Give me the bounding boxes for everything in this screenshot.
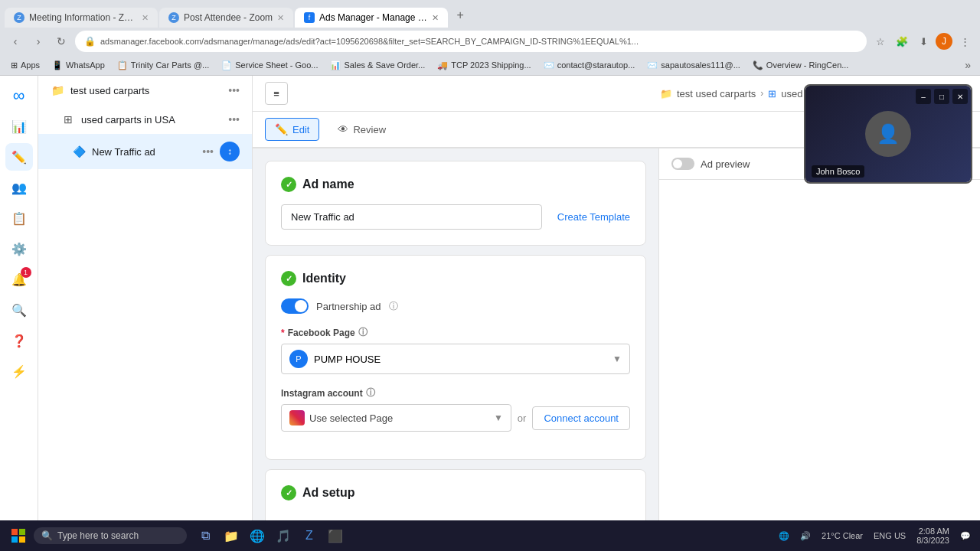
meta-nav-dashboard[interactable]: 📊 xyxy=(5,112,33,140)
taskbar-music[interactable]: 🎵 xyxy=(271,523,296,548)
start-button[interactable] xyxy=(6,523,31,548)
meta-nav-search[interactable]: 🔍 xyxy=(5,296,33,324)
identity-title: Identity xyxy=(302,272,346,285)
edit-tab[interactable]: ✏️ Edit xyxy=(265,118,319,141)
create-template-link[interactable]: Create Template xyxy=(557,211,630,223)
tab2-favicon: Z xyxy=(168,12,179,23)
instagram-info-icon[interactable]: ⓘ xyxy=(366,386,375,399)
bookmark-sales[interactable]: 📊 Sales & Save Order... xyxy=(325,59,430,72)
taskbar-terminal[interactable]: ⬛ xyxy=(323,523,348,548)
extension-icon[interactable]: 🧩 xyxy=(893,32,911,51)
more-menu-icon[interactable]: ⋮ xyxy=(956,32,974,51)
bookmark-sapauto[interactable]: ✉️ sapautosales111@... xyxy=(642,59,745,72)
bookmark-icon[interactable]: ☆ xyxy=(871,32,890,51)
taskbar-file-manager[interactable]: 📁 xyxy=(219,523,243,548)
ad-name-input[interactable] xyxy=(281,204,542,230)
partnership-info-icon[interactable]: ⓘ xyxy=(389,300,398,313)
url-bar[interactable]: 🔒 adsmanager.facebook.com/adsmanager/man… xyxy=(75,31,867,52)
bookmark-apps[interactable]: ⊞ Apps xyxy=(6,59,44,72)
tab1-label: Meeting Information - Zoom xyxy=(29,12,137,23)
tray-datetime[interactable]: 2:08 AM 8/3/2023 xyxy=(913,525,952,546)
tab-3[interactable]: f Ads Manager - Manage ads - A... ✕ xyxy=(295,8,448,28)
bookmark-trinity[interactable]: 📋 Trinity Car Parts @... xyxy=(113,59,214,72)
tray-lang[interactable]: ENG US xyxy=(871,530,909,542)
facebook-page-label: * Facebook Page ⓘ xyxy=(281,326,630,339)
video-maximize-button[interactable]: □ xyxy=(934,89,949,104)
preview-panel: Ad preview Sha... xyxy=(658,148,980,524)
tab3-close[interactable]: ✕ xyxy=(432,13,439,23)
ad-toggle-btn[interactable]: ↕ xyxy=(220,142,240,161)
new-tab-button[interactable]: + xyxy=(449,5,471,26)
tray-notification-center[interactable]: 💬 xyxy=(957,530,974,543)
video-call-overlay: 👤 – □ ✕ John Bosco xyxy=(804,84,972,184)
page-select-dropdown[interactable]: P PUMP HOUSE ▼ xyxy=(281,344,630,374)
ad-more-icon[interactable]: ••• xyxy=(202,145,214,158)
bookmarks-more[interactable]: » xyxy=(962,57,974,73)
taskbar-apps: ⧉ 📁 🌐 🎵 Z ⬛ xyxy=(193,523,348,548)
bookmark-contact[interactable]: ✉️ contact@starautop... xyxy=(539,59,640,72)
tab-2[interactable]: Z Post Attendee - Zoom ✕ xyxy=(159,8,293,28)
sidebar-item-adset[interactable]: ⊞ used carparts in USA ••• xyxy=(38,105,252,134)
breadcrumb-campaign[interactable]: test used carparts xyxy=(677,88,756,99)
adset-label: used carparts in USA xyxy=(81,114,222,126)
toggle-knob xyxy=(295,300,307,312)
partnership-toggle[interactable] xyxy=(281,298,309,314)
content-area: ✓ Ad name Create Template ✓ Identity xyxy=(253,148,980,524)
tab2-close[interactable]: ✕ xyxy=(277,13,284,23)
taskbar-zoom[interactable]: Z xyxy=(297,523,322,548)
bookmark-service[interactable]: 📄 Service Sheet - Goo... xyxy=(217,59,322,72)
url-text: adsmanager.facebook.com/adsmanager/manag… xyxy=(100,37,858,46)
ad-name-section-header: ✓ Ad name xyxy=(281,177,630,192)
bookmark-tcp[interactable]: 🚚 TCP 2023 Shipping... xyxy=(433,59,535,72)
taskbar-chrome[interactable]: 🌐 xyxy=(245,523,270,548)
tab3-favicon: f xyxy=(304,12,315,23)
facebook-page-field: * Facebook Page ⓘ P PUMP HOUSE ▼ xyxy=(281,326,630,374)
ad-name-title: Ad name xyxy=(302,178,354,191)
ad-item-label: New Traffic ad xyxy=(92,146,196,158)
campaign-more-icon[interactable]: ••• xyxy=(228,84,240,96)
download-icon[interactable]: ⬇ xyxy=(914,32,933,51)
ad-setup-title: Ad setup xyxy=(302,486,354,500)
sidebar-item-ad[interactable]: 🔷 New Traffic ad ••• ↕ xyxy=(38,134,252,169)
sidebar-item-campaign[interactable]: 📁 test used carparts ••• xyxy=(38,76,252,105)
meta-nav-quick[interactable]: ⚡ xyxy=(5,357,33,385)
meta-nav-reports[interactable]: 📋 xyxy=(5,204,33,232)
tray-weather[interactable]: 21°C Clear xyxy=(818,530,866,542)
bookmark-whatsapp[interactable]: 📱 WhatsApp xyxy=(47,59,109,72)
tab1-close[interactable]: ✕ xyxy=(142,13,149,23)
svg-rect-1 xyxy=(19,529,25,535)
ad-name-success-icon: ✓ xyxy=(281,177,296,192)
collapse-button[interactable]: ≡ xyxy=(265,82,288,105)
toolbar-icons: ☆ 🧩 ⬇ J ⋮ xyxy=(871,32,974,51)
meta-nav-settings[interactable]: ⚙️ xyxy=(5,235,33,262)
meta-nav-notifications[interactable]: 🔔 1 xyxy=(5,266,33,293)
tray-volume-icon[interactable]: 🔊 xyxy=(797,530,814,543)
preview-toggle-btn[interactable] xyxy=(671,158,694,170)
ad-name-field: Create Template xyxy=(281,204,630,230)
video-minimize-button[interactable]: – xyxy=(916,89,931,104)
meta-nav-edit[interactable]: ✏️ xyxy=(5,143,33,171)
tab-1[interactable]: Z Meeting Information - Zoom ✕ xyxy=(5,8,158,28)
use-selected-page-dropdown[interactable]: Use selected Page ▼ xyxy=(281,404,511,432)
video-close-button[interactable]: ✕ xyxy=(952,89,968,104)
meta-nav-audience[interactable]: 👥 xyxy=(5,174,33,201)
adset-more-icon[interactable]: ••• xyxy=(228,113,240,126)
review-eye-icon: 👁 xyxy=(338,123,348,135)
bookmark-overview[interactable]: 📞 Overview - RingCen... xyxy=(748,59,854,72)
taskbar-task-view[interactable]: ⧉ xyxy=(193,523,217,548)
tray-network-icon[interactable]: 🌐 xyxy=(776,530,792,543)
forward-nav-button[interactable]: › xyxy=(29,32,47,51)
back-nav-button[interactable]: ‹ xyxy=(6,32,24,51)
or-text: or xyxy=(518,412,527,424)
video-person-silhouette: 👤 xyxy=(865,111,911,157)
taskbar-search-placeholder: Type here to search xyxy=(57,530,139,541)
meta-sidebar: ∞ 📊 ✏️ 👥 📋 ⚙️ 🔔 1 🔍 ❓ ⚡ xyxy=(0,76,38,551)
profile-icon[interactable]: J xyxy=(936,33,952,50)
meta-nav-help[interactable]: ❓ xyxy=(5,327,33,354)
connect-account-button[interactable]: Connect account xyxy=(532,406,630,430)
facebook-page-info-icon[interactable]: ⓘ xyxy=(358,326,368,339)
reload-button[interactable]: ↻ xyxy=(52,32,70,51)
browser-chrome: Z Meeting Information - Zoom ✕ Z Post At… xyxy=(0,0,980,76)
review-tab[interactable]: 👁 Review xyxy=(328,119,395,140)
taskbar-search[interactable]: 🔍 Type here to search xyxy=(34,527,187,544)
